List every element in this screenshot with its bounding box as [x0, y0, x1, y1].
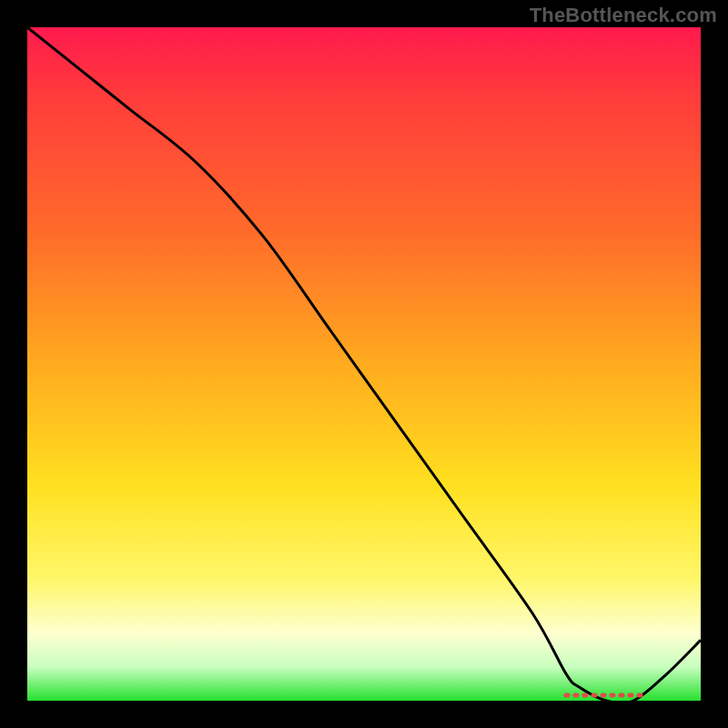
- watermark-text: TheBottleneck.com: [530, 4, 717, 27]
- data-curve: [27, 27, 701, 701]
- chart-svg-overlay: [27, 27, 701, 701]
- chart-plot-area: [27, 27, 701, 701]
